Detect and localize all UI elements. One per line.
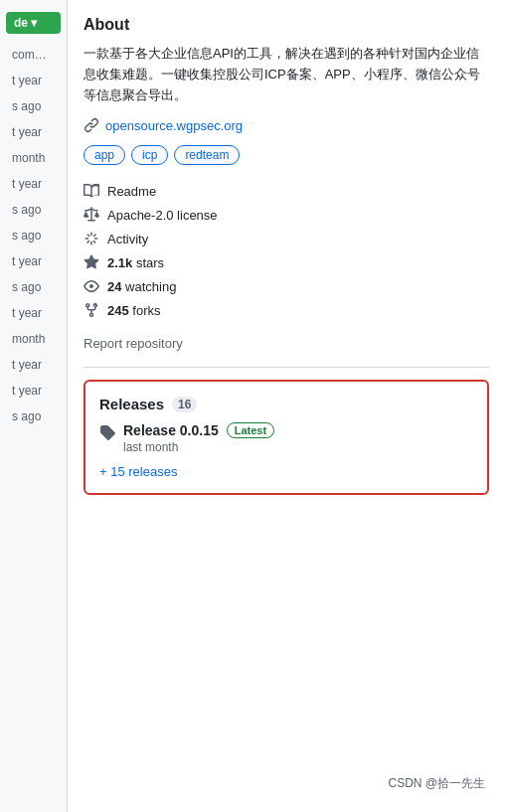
tag-app[interactable]: app (84, 145, 125, 165)
readme-text[interactable]: Readme (107, 184, 156, 199)
activity-text[interactable]: Activity (107, 232, 148, 246)
about-description: 一款基于各大企业信息API的工具，解决在遇到的各种针对国内企业信息收集难题。一键… (84, 44, 489, 105)
sidebar-item-3[interactable]: t year (0, 119, 67, 145)
sidebar: de ▾ commits t year s ago t year month t… (0, 0, 68, 812)
license-icon (84, 207, 99, 223)
release-item: Release 0.0.15 Latest last month (99, 422, 473, 454)
watching-count: 24 watching (107, 279, 176, 294)
stats-license: Apache-2.0 license (84, 203, 489, 227)
watermark: CSDN @拾一先生 (388, 775, 485, 792)
sidebar-item-4[interactable]: month (0, 145, 67, 171)
code-button-label: de ▾ (14, 16, 37, 30)
license-text[interactable]: Apache-2.0 license (107, 208, 218, 223)
sidebar-item-9[interactable]: s ago (0, 274, 67, 300)
releases-count: 16 (172, 397, 197, 412)
stats-stars: 2.1k stars (84, 250, 489, 274)
sidebar-item-1[interactable]: t year (0, 68, 67, 93)
release-info: Release 0.0.15 Latest last month (123, 422, 473, 454)
main-content: About 一款基于各大企业信息API的工具，解决在遇到的各种针对国内企业信息收… (68, 0, 505, 812)
releases-more-link[interactable]: + 15 releases (99, 464, 473, 479)
sidebar-item-0[interactable]: commits (0, 42, 67, 68)
activity-icon (84, 231, 99, 246)
stats-watching: 24 watching (84, 274, 489, 298)
sidebar-item-13[interactable]: t year (0, 378, 67, 404)
about-link-text: opensource.wgpsec.org (105, 118, 243, 133)
star-icon (84, 254, 99, 270)
code-button[interactable]: de ▾ (6, 12, 61, 34)
sidebar-item-2[interactable]: s ago (0, 93, 67, 119)
stats-activity: Activity (84, 227, 489, 250)
sidebar-item-7[interactable]: s ago (0, 223, 67, 248)
tag-icp[interactable]: icp (131, 145, 168, 165)
release-name-row: Release 0.0.15 Latest (123, 422, 473, 438)
stats-readme: Readme (84, 179, 489, 203)
eye-icon (84, 278, 99, 294)
release-name[interactable]: Release 0.0.15 (123, 422, 219, 438)
sidebar-item-12[interactable]: t year (0, 352, 67, 378)
releases-title[interactable]: Releases (99, 396, 164, 412)
sidebar-item-10[interactable]: t year (0, 300, 67, 326)
sidebar-item-11[interactable]: month (0, 326, 67, 352)
releases-section: Releases 16 Release 0.0.15 Latest last m… (84, 380, 489, 495)
stats-forks: 245 forks (84, 298, 489, 322)
sidebar-item-6[interactable]: s ago (0, 197, 67, 223)
link-icon (84, 117, 99, 133)
sidebar-item-8[interactable]: t year (0, 248, 67, 274)
sidebar-item-14[interactable]: s ago (0, 404, 67, 429)
stats-list: Readme Apache-2.0 license Activity (84, 179, 489, 322)
stars-count: 2.1k stars (107, 255, 164, 270)
release-tag-icon (99, 424, 115, 440)
release-date: last month (123, 440, 473, 454)
latest-badge: Latest (227, 422, 274, 438)
divider (84, 367, 489, 368)
tags-container: app icp redteam (84, 145, 489, 165)
readme-icon (84, 183, 99, 199)
releases-header: Releases 16 (99, 396, 473, 412)
tag-redteam[interactable]: redteam (174, 145, 240, 165)
sidebar-item-5[interactable]: t year (0, 171, 67, 197)
fork-icon (84, 302, 99, 318)
forks-count: 245 forks (107, 303, 161, 318)
about-title: About (84, 16, 489, 34)
report-link[interactable]: Report repository (84, 336, 489, 351)
about-link[interactable]: opensource.wgpsec.org (84, 117, 489, 133)
